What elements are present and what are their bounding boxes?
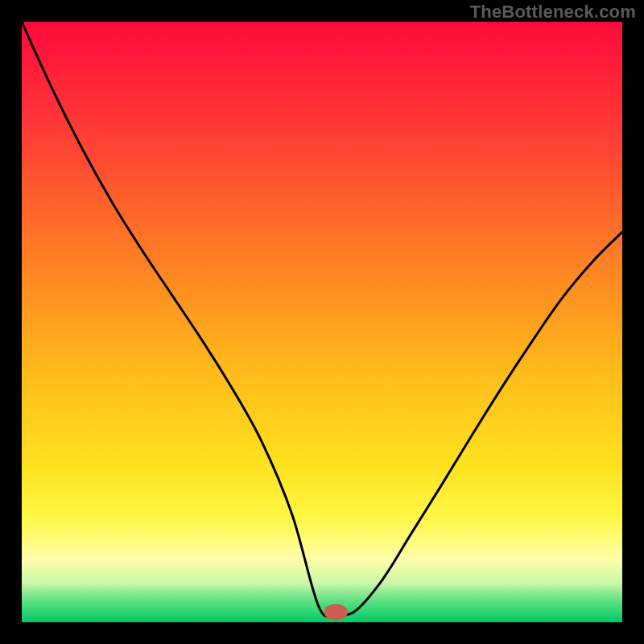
watermark-text: TheBottleneck.com bbox=[470, 2, 636, 23]
chart-frame: TheBottleneck.com bbox=[0, 0, 644, 644]
bottleneck-chart bbox=[22, 22, 622, 622]
plot-background bbox=[22, 22, 622, 622]
minimum-marker bbox=[324, 604, 348, 620]
